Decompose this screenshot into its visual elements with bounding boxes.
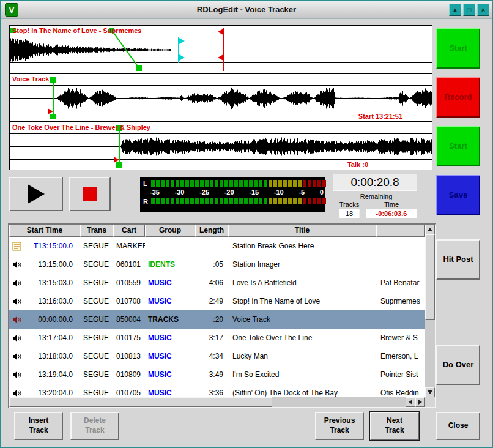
close-window-button[interactable]: × bbox=[477, 4, 489, 16]
scroll-up-button[interactable] bbox=[425, 225, 435, 234]
cell-cart: 010705 bbox=[113, 389, 145, 397]
meter-segment bbox=[288, 180, 292, 187]
table-row[interactable]: 13:17:04.0SEGUE010175MUSIC3:17One Toke O… bbox=[9, 329, 425, 347]
meter-segment bbox=[234, 198, 238, 204]
cell-start-time: 13:16:03.0 bbox=[9, 292, 80, 310]
cell-trans: SEGUE bbox=[80, 297, 113, 305]
meter-segment bbox=[220, 198, 223, 204]
play-icon bbox=[28, 184, 45, 204]
meter-segment bbox=[156, 180, 160, 187]
meter-segment bbox=[322, 198, 326, 204]
meter-segment bbox=[249, 180, 253, 187]
column-header-title[interactable]: Title bbox=[228, 225, 376, 237]
start-time-text: 13:18:03.0 bbox=[22, 352, 80, 360]
scroll-right-button[interactable] bbox=[415, 397, 425, 407]
meter-segment bbox=[176, 198, 179, 204]
meter-right-segments bbox=[151, 198, 327, 204]
column-header-trans[interactable]: Trans bbox=[80, 225, 113, 237]
cell-group: MUSIC bbox=[145, 278, 195, 287]
stop-icon bbox=[83, 187, 97, 201]
table-row[interactable]: 13:15:03.0SEGUE010559MUSIC4:06Love Is A … bbox=[9, 274, 425, 292]
start-time-text: 00:00:00.0 bbox=[22, 315, 80, 324]
vertical-scroll-thumb[interactable] bbox=[425, 234, 435, 320]
maximize-button[interactable]: □ bbox=[463, 4, 475, 16]
cell-length: 4:34 bbox=[195, 352, 228, 360]
meter-segment bbox=[269, 198, 272, 204]
table-row[interactable]: 13:15:00.0SEGUE060101IDENTS:05Station Im… bbox=[9, 255, 425, 274]
meter-segment bbox=[151, 180, 155, 187]
meter-segment bbox=[200, 198, 204, 204]
cell-artist: Suprmemes bbox=[376, 297, 425, 305]
scroll-down-button[interactable] bbox=[425, 387, 435, 397]
column-header-cart[interactable]: Cart bbox=[113, 225, 145, 237]
cell-title: Station Break Goes Here bbox=[228, 242, 376, 250]
cell-title: Love Is A Battlefield bbox=[228, 278, 376, 287]
waveform-track-panel-3[interactable]: One Toke Over The Line - Brewer & Shiple… bbox=[9, 122, 432, 170]
cell-cart: 010175 bbox=[113, 334, 145, 342]
table-row[interactable]: 13:18:03.0SEGUE010813MUSIC4:34Lucky ManE… bbox=[9, 347, 425, 365]
start-time-text: 13:17:04.0 bbox=[22, 334, 80, 342]
table-row[interactable]: 13:19:04.0SEGUE010809MUSIC3:49I'm So Exc… bbox=[9, 365, 425, 384]
meter-segment bbox=[185, 180, 189, 187]
column-header-length[interactable]: Length bbox=[195, 225, 228, 237]
voice-track-icon bbox=[12, 315, 22, 324]
scroll-left-button[interactable] bbox=[406, 397, 415, 407]
cell-start-time: 13:18:03.0 bbox=[9, 347, 80, 365]
table-row[interactable]: T13:15:00.0SEGUEMARKERStation Break Goes… bbox=[9, 237, 425, 255]
close-button[interactable]: Close bbox=[436, 412, 480, 440]
cell-length: 3:49 bbox=[195, 370, 228, 379]
stop-button[interactable] bbox=[69, 177, 111, 211]
play-button[interactable] bbox=[9, 177, 63, 211]
meter-segment bbox=[224, 180, 228, 187]
meter-segment bbox=[171, 180, 174, 187]
titlebar[interactable]: V RDLogEdit - Voice Tracker ▲ □ × bbox=[1, 1, 492, 19]
cell-trans: SEGUE bbox=[80, 370, 113, 379]
cell-length: :05 bbox=[195, 260, 228, 269]
cell-trans: SEGUE bbox=[80, 242, 113, 250]
insert-track-button[interactable]: Insert Track bbox=[14, 412, 63, 440]
start-time-text: 13:15:00.0 bbox=[22, 260, 80, 269]
cell-title: Voice Track bbox=[228, 315, 376, 324]
table-row[interactable]: 00:00:00.0SEGUE850004TRACKS:20Voice Trac… bbox=[9, 310, 425, 329]
meter-segment bbox=[190, 198, 194, 204]
start-time-text: T13:15:00.0 bbox=[22, 242, 80, 250]
waveform-track-panel-1[interactable]: Stop! In The Name of Love - Suprmemes bbox=[9, 25, 432, 73]
meter-segment bbox=[264, 198, 267, 204]
horizontal-scrollbar[interactable] bbox=[9, 397, 425, 407]
cell-trans: SEGUE bbox=[80, 334, 113, 342]
column-header-group[interactable]: Group bbox=[145, 225, 195, 237]
meter-segment bbox=[313, 198, 316, 204]
meter-segment bbox=[278, 180, 282, 187]
do-over-button[interactable]: Do Over bbox=[436, 345, 480, 385]
start-track1-button[interactable]: Start bbox=[436, 28, 480, 69]
cell-length: 4:06 bbox=[195, 278, 228, 287]
waveform-track-panel-2[interactable]: Voice Track Start 13:21:51 bbox=[9, 73, 432, 122]
horizontal-scroll-thumb[interactable] bbox=[9, 397, 272, 407]
cell-cart: 010813 bbox=[113, 352, 145, 360]
cell-artist: Pat Benatar bbox=[376, 278, 425, 287]
next-track-button[interactable]: Next Track bbox=[370, 412, 419, 440]
shade-button[interactable]: ▲ bbox=[449, 4, 461, 16]
meter-segment bbox=[303, 180, 306, 187]
cell-start-time: 13:20:04.0 bbox=[9, 384, 80, 397]
table-row[interactable]: 13:20:04.0SEGUE010705MUSIC3:36(Sittin' O… bbox=[9, 384, 425, 397]
right-arrow-icon bbox=[418, 400, 422, 405]
start-track3-button[interactable]: Start bbox=[436, 126, 480, 166]
cell-trans: SEGUE bbox=[80, 278, 113, 287]
meter-segment bbox=[156, 198, 160, 204]
cell-start-time: 13:19:04.0 bbox=[9, 365, 80, 384]
meter-segment bbox=[264, 180, 267, 187]
track-title: Voice Track bbox=[12, 75, 49, 83]
column-header-start-time[interactable]: Start Time bbox=[9, 225, 80, 237]
meter-segment bbox=[249, 198, 253, 204]
previous-track-button[interactable]: Previous Track bbox=[315, 412, 364, 440]
record-button[interactable]: Record bbox=[436, 77, 480, 118]
hit-post-button[interactable]: Hit Post bbox=[436, 239, 480, 280]
meter-scale-label: -15 bbox=[249, 189, 259, 196]
table-row[interactable]: 13:16:03.0SEGUE010708MUSIC2:49Stop! In T… bbox=[9, 292, 425, 310]
meter-segment bbox=[190, 180, 194, 187]
scrollbar-corner bbox=[425, 397, 435, 407]
save-button[interactable]: Save bbox=[436, 175, 480, 215]
column-header-artist[interactable] bbox=[376, 225, 425, 237]
vertical-scrollbar[interactable] bbox=[425, 225, 435, 397]
